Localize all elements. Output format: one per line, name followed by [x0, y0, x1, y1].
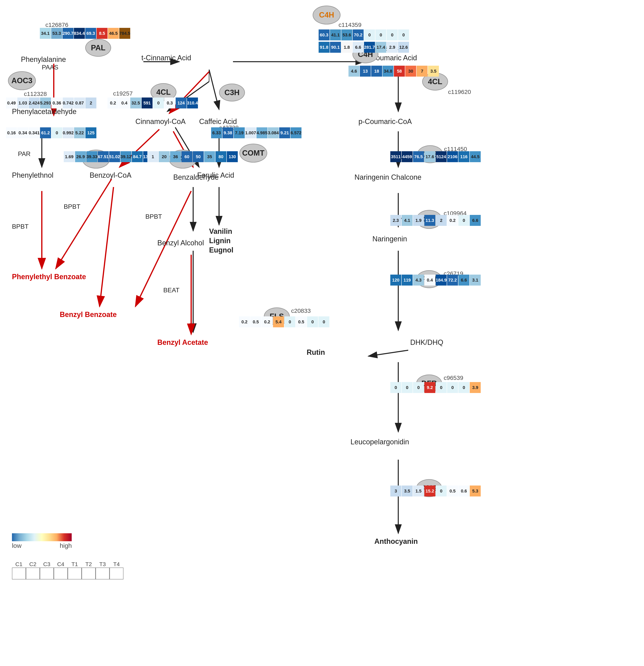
heatmap-cell: 0: [413, 382, 424, 393]
heatmap-cell: 6.6: [458, 275, 469, 285]
heatmap-cell: 35: [204, 151, 215, 162]
heatmap-cell: 3: [390, 486, 401, 496]
heatmap-cell: 20: [159, 151, 170, 162]
heatmap-cell: 784.5: [119, 28, 130, 39]
comt-label: COMT: [242, 149, 265, 157]
rutin-label: Rutin: [307, 348, 325, 356]
c4h-top-enzyme: C4H: [312, 5, 340, 24]
pal-enzyme: PAL: [85, 39, 111, 57]
heatmap-cell: 4.6: [349, 66, 359, 76]
samples-container: C1C2C3C4T1T2T3T4: [12, 561, 123, 579]
heatmap-cell: 12.6: [398, 42, 409, 53]
heatmap-cell: 3.084: [268, 127, 279, 138]
heatmap-cell: 39.33: [86, 151, 97, 162]
comt-enzyme: COMT: [239, 144, 267, 162]
ferulic-acid-label: Ferulic Acid: [197, 171, 234, 179]
heatmap-cell: 6.6: [470, 215, 481, 226]
heatmap-cell: 5.3: [470, 486, 481, 496]
c96539-id: c96539: [444, 374, 463, 381]
heatmap-cell: 44.5: [470, 151, 481, 162]
heatmap-cell: 0.2: [239, 316, 250, 327]
heatmap-row-c19257_4cl-0: 0.20.432.559100.3124310.4: [107, 98, 198, 108]
heatmap-cell: 0: [436, 382, 447, 393]
heatmap-cell: 4.985: [256, 127, 268, 138]
heatmap-cell: 4.3: [413, 275, 424, 285]
naringenin-label: Naringenin: [372, 235, 407, 243]
heatmap-cell: 2.424: [29, 98, 40, 108]
heatmap-cell: 51.02: [109, 151, 120, 162]
heatmap-cell: 5124: [436, 151, 447, 162]
heatmap-cell: 0.3: [164, 98, 175, 108]
sample-box-t4: [109, 567, 123, 579]
heatmap-cell: 0.49: [6, 98, 17, 108]
par-label: PAR: [18, 150, 31, 158]
pal-label: PAL: [91, 43, 105, 52]
svg-line-11: [209, 70, 219, 109]
sample-label-c3: C3: [40, 561, 54, 567]
phenylalanine-label: Phenylalanine: [21, 55, 66, 64]
heatmap-cell: 0: [398, 30, 409, 40]
heatmap-cell: 2: [85, 98, 96, 108]
c119620-id: c119620: [448, 89, 471, 95]
heatmap-cell: 0.16: [6, 127, 17, 138]
sample-box-c1: [12, 567, 26, 579]
sample-box-c3: [40, 567, 54, 579]
heatmap-cell: 0: [436, 486, 447, 496]
heatmap-cell: 13: [360, 66, 371, 76]
heatmap-cell: 3.5: [428, 66, 439, 76]
c19257-id: c19257: [113, 90, 133, 97]
heatmap-cell: 1.03: [17, 98, 28, 108]
heatmap-cell: 2.9: [387, 42, 398, 53]
sample-box-c4: [54, 567, 68, 579]
heatmap-cell: 50: [193, 151, 204, 162]
aoc3-enzyme: AOC3: [8, 71, 36, 90]
bpbt2-label: BPBT: [64, 203, 81, 210]
heatmap-cell: 9.38: [222, 127, 233, 138]
heatmap-cell: 591: [141, 98, 153, 108]
heatmap-cell: 0.4: [119, 98, 130, 108]
heatmap-cell: 0: [375, 30, 386, 40]
heatmap-row-f3h_c26719-0: 1201194.30.4184.972.26.63.1: [390, 275, 481, 285]
heatmap-cell: 2.3: [390, 215, 401, 226]
heatmap-cell: 1.8: [341, 42, 352, 53]
heatmap-cell: 0.2: [262, 316, 273, 327]
heatmap-cell: 69.3: [85, 28, 96, 39]
benzoyl-coa-label: Benzoyl-CoA: [90, 171, 132, 179]
heatmap-cell: 1.9: [413, 215, 424, 226]
heatmap-row-c43738_comt-0: 6.339.387.191.0074.9853.0849.216.572: [211, 127, 302, 138]
heatmap-cell: 91.8: [319, 42, 329, 53]
heatmap-cell: 5.293: [40, 98, 51, 108]
heatmap-cell: 0.4: [424, 275, 435, 285]
heatmap-row-c4h_c114359-0: 60.341.153.670.20000: [319, 30, 409, 40]
p-coumaric-coa-label: p-Coumaric-CoA: [358, 118, 412, 126]
heatmap-cell: 34.1: [40, 28, 51, 39]
sample-label-t1: T1: [68, 561, 82, 567]
heatmap-cell: 9.21: [279, 127, 290, 138]
benzyl-alcohol-label: Benzyl Alcohol: [157, 239, 204, 247]
heatmap-cell: 1.5: [413, 486, 424, 496]
heatmap-cell: 0: [318, 316, 329, 327]
heatmap-cell: 90.1: [330, 42, 341, 53]
heatmap-cell: 6.33: [211, 127, 222, 138]
heatmap-cell: 0: [307, 316, 318, 327]
heatmap-cell: 4.1: [402, 215, 412, 226]
heatmap-cell: 119: [402, 275, 412, 285]
heatmap-cell: 5.22: [74, 127, 85, 138]
sample-label-c2: C2: [26, 561, 40, 567]
heatmap-cell: 0.742: [63, 98, 74, 108]
c4h-top-label: C4H: [319, 11, 334, 19]
sample-label-c1: C1: [12, 561, 26, 567]
svg-line-6: [368, 350, 408, 356]
heatmap-row-fls_c20833-0: 0.20.50.25.400.500: [239, 316, 329, 327]
sample-label-t2: T2: [82, 561, 96, 567]
heatmap-cell: 80: [216, 151, 226, 162]
heatmap-cell: 3.5: [402, 486, 412, 496]
heatmap-cell: 0: [387, 30, 398, 40]
heatmap-cell: 9.2: [424, 382, 435, 393]
sample-label-t3: T3: [96, 561, 109, 567]
heatmap-cell: 1: [147, 151, 158, 162]
dhk-dhq-label: DHK/DHQ: [410, 338, 443, 347]
heatmap-cell: 290.7: [63, 28, 73, 39]
paas-label: PAAS: [42, 64, 58, 71]
anthocyanin-label: Anthocyanin: [374, 537, 418, 546]
